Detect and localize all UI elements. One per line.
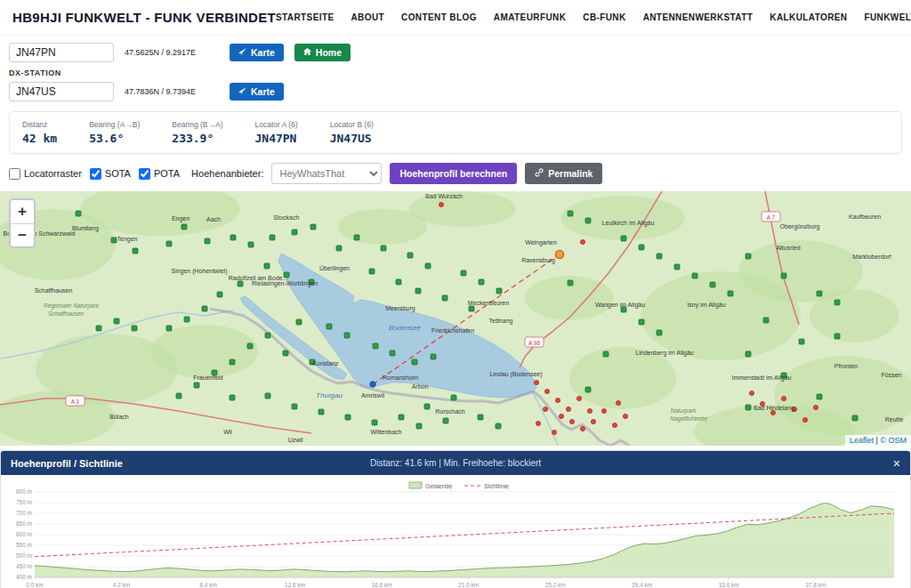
station-b-marker[interactable]: [556, 251, 564, 259]
sota-checkbox[interactable]: [90, 168, 101, 180]
pota-marker[interactable]: [407, 253, 413, 258]
pota-marker[interactable]: [194, 383, 199, 388]
pota-marker[interactable]: [184, 317, 189, 322]
pota-marker[interactable]: [336, 246, 342, 251]
pota-marker[interactable]: [399, 415, 404, 420]
pota-marker[interactable]: [373, 343, 378, 349]
pota-marker[interactable]: [96, 326, 101, 331]
nav-funkwelt-dxcluster[interactable]: FUNKWELT-DXCLUSTER: [864, 12, 911, 22]
pota-marker[interactable]: [710, 282, 715, 287]
pota-marker[interactable]: [469, 306, 474, 311]
sota-marker[interactable]: [555, 398, 560, 402]
sota-checkbox-wrap[interactable]: SOTA: [90, 168, 131, 180]
sota-marker[interactable]: [559, 414, 563, 418]
sota-marker[interactable]: [612, 423, 617, 427]
site-brand[interactable]: HB9HJI FUNKWELT - FUNK VERBINDET: [12, 10, 276, 25]
pota-marker[interactable]: [451, 395, 456, 400]
pota-marker[interactable]: [230, 235, 236, 240]
compute-profile-button[interactable]: Hoehenprofil berechnen: [390, 163, 517, 184]
sota-marker[interactable]: [616, 400, 620, 405]
home-button[interactable]: Home: [294, 44, 351, 61]
map[interactable]: A 7A 96A 1Bonndorf im SchwarzwaldBlumber…: [0, 191, 911, 446]
pota-marker[interactable]: [568, 280, 573, 286]
pota-marker[interactable]: [270, 235, 275, 240]
sota-marker[interactable]: [536, 421, 540, 425]
pota-marker[interactable]: [425, 263, 431, 269]
pota-marker[interactable]: [639, 245, 644, 250]
permalink-button[interactable]: Permalink: [525, 163, 602, 184]
sota-marker[interactable]: [770, 410, 775, 415]
pota-marker[interactable]: [852, 415, 858, 421]
pota-marker[interactable]: [310, 224, 316, 230]
pota-marker[interactable]: [369, 269, 375, 274]
pota-marker[interactable]: [217, 292, 222, 297]
karte-b-button[interactable]: Karte: [230, 83, 284, 101]
pota-marker[interactable]: [396, 279, 401, 285]
nav-antennenwerkstatt[interactable]: ANTENNENWERKSTATT: [643, 12, 754, 22]
provider-select[interactable]: HeyWhatsThat: [271, 163, 382, 184]
sota-marker[interactable]: [552, 430, 556, 434]
nav-amateurfunk[interactable]: AMATEURFUNK: [494, 12, 566, 22]
pota-marker[interactable]: [114, 318, 119, 324]
pota-marker[interactable]: [585, 387, 591, 392]
locatorraster-checkbox-wrap[interactable]: Locatorraster: [9, 168, 82, 180]
pota-marker[interactable]: [478, 415, 483, 420]
zoom-in-button[interactable]: +: [11, 200, 34, 223]
pota-marker[interactable]: [327, 324, 332, 329]
pota-marker[interactable]: [461, 270, 466, 276]
nav-cb-funk[interactable]: CB-FUNK: [583, 12, 625, 22]
pota-marker[interactable]: [133, 248, 138, 254]
nav-startseite[interactable]: STARTSEITE: [276, 12, 334, 22]
pota-marker[interactable]: [296, 319, 302, 325]
locatorraster-checkbox[interactable]: [9, 168, 20, 180]
pota-marker[interactable]: [265, 333, 270, 338]
pota-marker[interactable]: [674, 264, 680, 270]
pota-marker[interactable]: [692, 273, 697, 278]
locator-a-input[interactable]: [9, 43, 114, 62]
pota-marker[interactable]: [479, 279, 484, 285]
sota-marker[interactable]: [802, 417, 807, 422]
pota-marker[interactable]: [817, 394, 822, 399]
pota-marker[interactable]: [746, 351, 751, 357]
sota-marker[interactable]: [601, 408, 606, 413]
nav-about[interactable]: ABOUT: [351, 12, 384, 22]
locator-b-input[interactable]: [9, 82, 114, 101]
leaflet-link[interactable]: Leaflet: [850, 436, 874, 445]
pota-marker[interactable]: [834, 334, 840, 339]
pota-marker[interactable]: [746, 254, 751, 259]
pota-marker[interactable]: [390, 350, 395, 356]
pota-marker[interactable]: [248, 242, 254, 247]
pota-marker[interactable]: [657, 330, 662, 335]
sota-marker[interactable]: [580, 239, 584, 244]
pota-marker[interactable]: [247, 343, 253, 349]
pota-marker[interactable]: [176, 393, 181, 399]
pota-marker[interactable]: [181, 224, 187, 230]
pota-marker[interactable]: [344, 333, 350, 338]
pota-marker[interactable]: [230, 359, 235, 365]
sota-marker[interactable]: [543, 407, 547, 411]
pota-marker[interactable]: [442, 295, 447, 301]
pota-marker[interactable]: [585, 218, 591, 223]
pota-marker[interactable]: [496, 423, 501, 429]
pota-marker[interactable]: [416, 423, 422, 429]
pota-marker[interactable]: [603, 351, 609, 357]
pota-marker[interactable]: [381, 246, 386, 251]
sota-marker[interactable]: [569, 419, 574, 423]
pota-marker[interactable]: [621, 236, 626, 241]
zoom-out-button[interactable]: −: [11, 223, 34, 246]
pota-checkbox-wrap[interactable]: POTA: [139, 168, 180, 180]
sota-marker[interactable]: [439, 202, 443, 206]
sota-marker[interactable]: [623, 414, 627, 418]
pota-marker[interactable]: [265, 393, 270, 399]
pota-marker[interactable]: [354, 235, 359, 240]
pota-checkbox[interactable]: [139, 168, 150, 180]
sota-marker[interactable]: [813, 405, 818, 409]
pota-marker[interactable]: [424, 404, 430, 409]
pota-marker[interactable]: [657, 254, 662, 259]
pota-marker[interactable]: [799, 339, 804, 344]
pota-marker[interactable]: [76, 211, 81, 216]
pota-marker[interactable]: [292, 404, 297, 409]
sota-marker[interactable]: [534, 380, 538, 384]
pota-marker[interactable]: [781, 273, 786, 278]
pota-marker[interactable]: [264, 263, 270, 269]
